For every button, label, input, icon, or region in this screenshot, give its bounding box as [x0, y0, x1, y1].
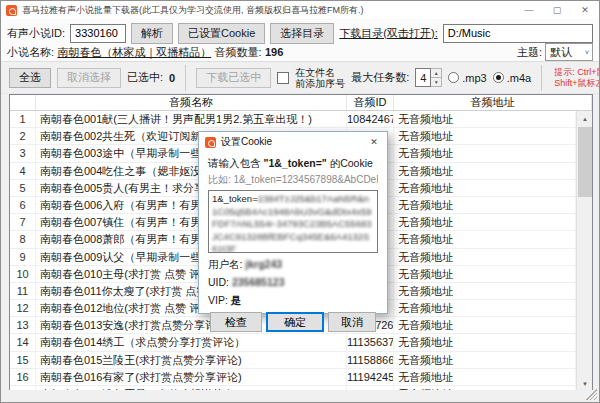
window-title: 喜马拉雅有声小说批量下载器(此工具仅为学习交流使用, 音频版权归喜马拉雅FM所有…: [22, 4, 364, 17]
table-cell-url: 无音频地址: [394, 369, 576, 385]
toolbar-divider: [185, 65, 186, 91]
radio-circle-icon: [448, 72, 459, 83]
uid-row: UID: 235685123: [208, 275, 378, 289]
download-dir-label[interactable]: 下载目录(双击打开):: [339, 26, 437, 41]
header-index: [10, 95, 36, 110]
table-cell-num: 9: [10, 249, 36, 265]
deselect-button[interactable]: 取消选择: [57, 68, 121, 88]
cancel-button[interactable]: 取消: [328, 312, 376, 332]
table-cell-num: 7: [10, 214, 36, 230]
table-cell-num: 11: [10, 283, 36, 299]
table-cell-id: 11194245: [347, 369, 394, 385]
table-header: 音频名称 音频ID 音频地址: [10, 95, 592, 111]
novel-name-label: 小说名称:: [7, 45, 54, 60]
cookie-button[interactable]: 已设置Cookie: [178, 23, 265, 44]
redacted-uid: 235685123: [232, 276, 285, 288]
table-cell-url: 无音频地址: [394, 317, 576, 333]
token-textarea[interactable]: 1&_token=2384TzJ25&b17AaN5R&n1C05q5B4Ac1…: [208, 190, 378, 253]
spinner-down-icon[interactable]: ▼: [431, 78, 442, 87]
close-button[interactable]: ✕: [571, 1, 599, 19]
table-cell-url: 无音频地址: [394, 214, 576, 230]
table-cell-num: 10: [10, 266, 36, 282]
redacted-username: jkrg243: [245, 258, 282, 270]
table-cell-name: 南朝春色016有家了(求打赏点赞分享评论): [36, 369, 347, 385]
table-cell-num: 6: [10, 197, 36, 213]
vip-row: VIP: 是: [208, 293, 378, 307]
minimize-button[interactable]: —: [515, 1, 543, 19]
prefix-checkbox[interactable]: [277, 72, 289, 84]
table-cell-url: 无音频地址: [394, 249, 576, 265]
format-m4a-radio[interactable]: .m4a: [493, 72, 531, 84]
header-audio-name[interactable]: 音频名称: [36, 95, 347, 110]
check-button[interactable]: 检查: [210, 312, 262, 332]
spinner-up-icon[interactable]: ▲: [431, 68, 442, 78]
select-all-button[interactable]: 全选: [9, 68, 51, 88]
table-cell-num: 3: [10, 145, 36, 161]
table-row[interactable]: 16南朝春色016有家了(求打赏点赞分享评论)11194245无音频地址: [10, 369, 576, 386]
table-cell-url: 无音频地址: [394, 128, 576, 144]
table-cell-id: 11158866: [347, 352, 394, 368]
app-window: 喜马拉雅有声小说批量下载器(此工具仅为学习交流使用, 音频版权归喜马拉雅FM所有…: [0, 0, 600, 403]
format-mp3-radio[interactable]: .mp3: [448, 72, 486, 84]
table-cell-url: 无音频地址: [394, 300, 576, 316]
table-cell-name: 南朝春色001献(三人播讲！男声配男1男2.第五章出现！): [36, 111, 347, 127]
table-cell-num: 13: [10, 317, 36, 333]
theme-dropdown[interactable]: 默认 ˅: [545, 43, 593, 61]
table-cell-num: 14: [10, 334, 36, 350]
download-selected-button[interactable]: 下载已选中: [196, 68, 271, 88]
table-cell-name: 南朝春色015兰陵王(求打赏点赞分享评论): [36, 352, 347, 368]
ok-button[interactable]: 确定: [266, 312, 324, 332]
table-cell-num: 16: [10, 369, 36, 385]
max-tasks-value: 4: [415, 68, 431, 87]
scrollbar-thumb[interactable]: [578, 127, 592, 197]
selected-count: 0: [169, 72, 175, 84]
table-cell-url: 无音频地址: [394, 197, 576, 213]
table-row[interactable]: 14南朝春色014绣工（求点赞分享打赏评论）11135637无音频地址: [10, 334, 576, 351]
prefix-checkbox-label: 在文件名 前添加序号: [295, 67, 345, 89]
table-cell-num: 8: [10, 231, 36, 247]
vertical-scrollbar[interactable]: ▲ ▼: [576, 111, 592, 391]
novel-id-input[interactable]: [70, 24, 126, 43]
table-cell-url: 无音频地址: [394, 180, 576, 196]
audio-count-label: 音频数量:: [215, 45, 262, 60]
app-logo-icon: [205, 137, 216, 148]
dialog-title-bar: 设置Cookie ✕: [199, 132, 387, 152]
dialog-close-button[interactable]: ✕: [361, 132, 387, 152]
chevron-down-icon: ˅: [585, 49, 592, 56]
maximize-button[interactable]: ▢: [543, 1, 571, 19]
table-row[interactable]: 15南朝春色015兰陵王(求打赏点赞分享评论)11158866无音频地址: [10, 352, 576, 369]
toolbar-divider: [541, 65, 542, 91]
table-row[interactable]: 1南朝春色001献(三人播讲！男声配男1男2.第五章出现！)10842467无音…: [10, 111, 576, 128]
choose-dir-button[interactable]: 选择目录: [270, 23, 334, 44]
username-row: 用户名: jkrg243: [208, 257, 378, 271]
table-cell-num: 4: [10, 163, 36, 179]
max-tasks-label: 最大任务数:: [351, 70, 409, 85]
table-cell-id: 11135637: [347, 334, 394, 350]
dialog-instruction: 请输入包含 "1&_token=" 的Cookie: [208, 157, 378, 171]
theme-label: 主题:: [517, 45, 542, 60]
theme-value: 默认: [550, 45, 572, 60]
table-cell-url: 无音频地址: [394, 352, 576, 368]
title-bar: 喜马拉雅有声小说批量下载器(此工具仅为学习交流使用, 音频版权归喜马拉雅FM所有…: [1, 1, 599, 19]
table-cell-num: 2: [10, 128, 36, 144]
multi-select-hint: 提示: Ctrl+鼠标左键多选. Shift+鼠标左键或长按鼠标左键滑动可范围多…: [554, 67, 600, 89]
table-cell-url: 无音频地址: [394, 163, 576, 179]
novel-name-link[interactable]: 南朝春色（林家成｜双播精品）: [57, 45, 211, 60]
dialog-example: 比如: 1&_token=1234567898&AbCDeF ...: [208, 173, 378, 187]
download-dir-input[interactable]: [443, 24, 593, 43]
resize-grip[interactable]: [586, 389, 597, 400]
status-strip: [1, 390, 599, 402]
form-area: 有声小说ID: 解析 已设置Cookie 选择目录 下载目录(双击打开): 小说…: [1, 19, 599, 61]
parse-button[interactable]: 解析: [131, 23, 173, 44]
toolbar: 全选 取消选择 已选中: 0 下载已选中 在文件名 前添加序号 最大任务数: 4…: [1, 61, 599, 94]
table-cell-url: 无音频地址: [394, 231, 576, 247]
header-audio-id[interactable]: 音频ID: [347, 95, 394, 110]
header-audio-url[interactable]: 音频地址: [394, 95, 592, 110]
radio-circle-icon: [493, 72, 504, 83]
audio-count-value: 196: [265, 46, 283, 58]
selected-label: 已选中:: [127, 70, 163, 85]
table-cell-url: 无音频地址: [394, 145, 576, 161]
max-tasks-stepper[interactable]: 4 ▲ ▼: [415, 68, 442, 87]
table-cell-num: 15: [10, 352, 36, 368]
scroll-up-icon[interactable]: ▲: [577, 111, 593, 126]
